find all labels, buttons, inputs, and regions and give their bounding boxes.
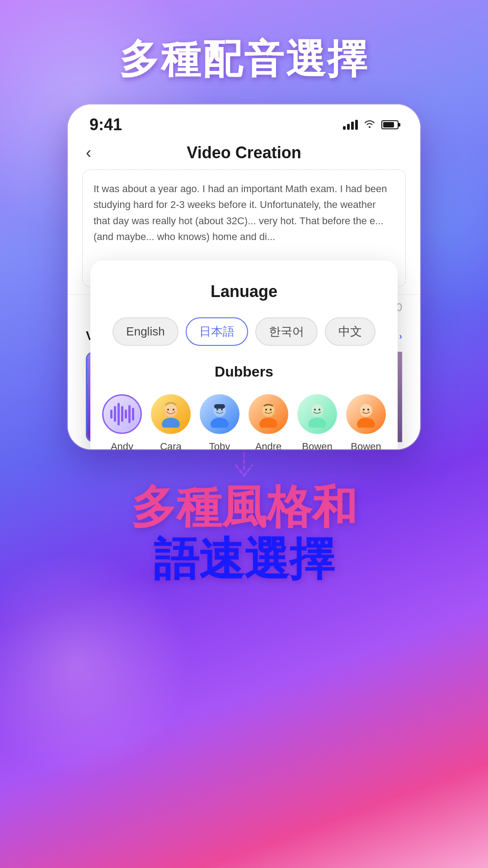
text-content-area[interactable]: It was about a year ago. I had an import… <box>82 170 406 287</box>
app-header: ‹ Video Creation <box>68 138 420 170</box>
bottom-title-line2: 語速選擇 <box>131 533 357 585</box>
main-title: 多種配音選擇 <box>119 36 369 82</box>
svg-point-6 <box>211 418 229 428</box>
svg-point-1 <box>162 418 180 428</box>
dubber-bowen1[interactable]: Bowen <box>297 394 337 449</box>
dubber-andy[interactable]: Andy <box>102 394 142 449</box>
lang-english[interactable]: English <box>113 317 178 346</box>
dubber-avatar-cara <box>151 394 191 434</box>
svg-point-15 <box>270 409 272 410</box>
page-wrapper: 多種配音選擇 9:41 <box>0 0 488 868</box>
bottom-section: 多種風格和 語速選擇 <box>0 436 488 612</box>
svg-point-8 <box>216 409 218 410</box>
dubber-name-bowen2: Bowen <box>351 439 381 449</box>
lang-japanese[interactable]: 日本語 <box>186 317 248 346</box>
dubber-avatar-toby <box>200 394 239 434</box>
dialog-title: Lanuage <box>108 278 380 305</box>
language-options: English 日本語 한국어 中文 <box>108 317 380 346</box>
status-time: 9:41 <box>89 115 122 134</box>
dubber-toby[interactable]: Toby <box>200 394 239 449</box>
dubber-name-andy: Andy <box>111 439 133 449</box>
svg-point-19 <box>314 409 316 410</box>
dubber-andre[interactable]: Andre <box>249 394 288 449</box>
svg-point-12 <box>259 418 277 428</box>
dubber-name-bowen1: Bowen <box>302 439 332 449</box>
svg-rect-10 <box>214 404 225 409</box>
lang-korean[interactable]: 한국어 <box>255 317 318 346</box>
dubber-name-andre: Andre <box>255 439 282 449</box>
dubbers-title: Dubbers <box>108 360 380 383</box>
signal-icon <box>343 120 358 130</box>
status-icons <box>343 119 399 131</box>
content-text: It was about a year ago. I had an import… <box>94 183 387 242</box>
dubber-avatar-bowen1 <box>297 394 337 434</box>
svg-point-25 <box>367 409 369 410</box>
dubber-name-toby: Toby <box>209 439 230 449</box>
bottom-title: 多種風格和 語速選擇 <box>131 481 357 585</box>
svg-point-14 <box>265 409 267 410</box>
svg-point-4 <box>173 409 174 410</box>
svg-point-3 <box>167 409 169 410</box>
svg-point-9 <box>221 409 223 410</box>
dubber-cara[interactable]: Cara <box>151 394 191 449</box>
lang-chinese[interactable]: 中文 <box>325 317 375 346</box>
dubber-avatar-andy <box>102 394 142 434</box>
dubber-bowen2[interactable]: Bowen <box>346 394 386 449</box>
language-dialog: Lanuage English 日本語 한국어 中文 Dubbers <box>90 260 398 449</box>
dubber-name-cara: Cara <box>160 439 182 449</box>
dubber-avatar-andre <box>249 394 288 434</box>
svg-point-20 <box>319 409 320 410</box>
page-title: Video Creation <box>187 143 301 162</box>
status-bar: 9:41 <box>68 104 420 138</box>
phone-mockup: 9:41 <box>68 104 420 449</box>
svg-point-17 <box>308 418 326 428</box>
svg-point-22 <box>357 418 375 428</box>
battery-icon <box>381 120 399 129</box>
chevron-right-icon: › <box>399 331 402 341</box>
svg-point-2 <box>165 404 176 415</box>
wifi-icon <box>364 119 375 131</box>
dubber-avatar-bowen2 <box>346 394 386 434</box>
dubbers-row: Andy <box>108 394 380 449</box>
bottom-title-line1: 多種風格和 <box>131 481 357 533</box>
back-button[interactable]: ‹ <box>86 143 91 162</box>
svg-point-24 <box>363 409 365 410</box>
